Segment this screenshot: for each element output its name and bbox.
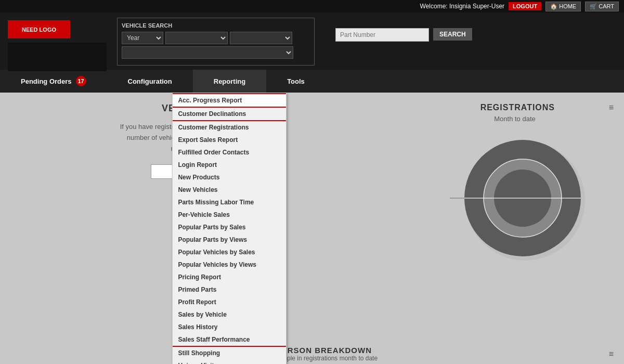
dropdown-item[interactable]: Pricing Report (173, 271, 286, 283)
dropdown-item[interactable]: Unique Visitors (173, 359, 286, 364)
dropdown-item[interactable]: Still Shopping (173, 347, 286, 359)
registrations-donut-chart (450, 131, 580, 261)
salesperson-menu-icon[interactable]: ≡ (609, 349, 614, 359)
dropdown-item[interactable]: Per-Vehicle Sales (173, 209, 286, 221)
nav-pending-orders[interactable]: Pending Orders 17 (0, 70, 107, 93)
dropdown-item[interactable]: Primed Parts (173, 283, 286, 296)
model-select[interactable] (230, 32, 292, 44)
dropdown-item[interactable]: Customer Declinations (173, 108, 286, 121)
dropdown-item[interactable]: Sales History (173, 321, 286, 333)
header: NEED LOGO VEHICLE SEARCH Year 2024 2023 … (0, 12, 624, 70)
make-select[interactable] (165, 32, 228, 44)
dropdown-item[interactable]: Export Sales Report (173, 134, 286, 146)
logo: NEED LOGO (8, 20, 70, 38)
sub-select[interactable] (122, 46, 293, 59)
dropdown-item[interactable]: Popular Vehicles by Views (173, 258, 286, 271)
dropdown-item[interactable]: Sales by Vehicle (173, 308, 286, 321)
vehicle-search-box: VEHICLE SEARCH Year 2024 2023 2022 (117, 18, 315, 66)
dropdown-item[interactable]: New Vehicles (173, 184, 286, 196)
dropdown-item[interactable]: Login Report (173, 159, 286, 171)
dropdown-item[interactable]: Customer Registrations (173, 121, 286, 134)
right-panel: REGISTRATIONS ≡ Month to date (406, 93, 624, 364)
nav-pending-orders-label: Pending Orders (21, 77, 72, 85)
dropdown-item[interactable]: Popular Parts by Sales (173, 221, 286, 233)
cart-button[interactable]: 🛒 CART (585, 2, 619, 11)
nav-tools[interactable]: Tools (266, 70, 326, 93)
navbar: Pending Orders 17 Configuration Reportin… (0, 70, 624, 93)
registrations-menu-icon[interactable]: ≡ (609, 103, 614, 112)
nav-configuration-label: Configuration (128, 77, 172, 85)
vehicle-search-label: VEHICLE SEARCH (122, 22, 310, 29)
nav-reporting[interactable]: Reporting Acc. Progress ReportCustomer D… (193, 70, 266, 93)
donut-svg (450, 131, 595, 266)
search-button[interactable]: SEARCH (433, 28, 472, 41)
part-search-area: SEARCH (335, 28, 472, 42)
nav-tools-label: Tools (287, 77, 305, 85)
dropdown-item[interactable]: Parts Missing Labor Time (173, 196, 286, 209)
registrations-subtitle: Month to date (416, 115, 614, 123)
dropdown-item[interactable]: Acc. Progress Report (173, 93, 286, 108)
top-bar: Welcome: Insignia Super-User LOGOUT 🏠 HO… (0, 0, 624, 12)
dropdown-item[interactable]: New Products (173, 171, 286, 184)
dropdown-item[interactable]: Popular Parts by Views (173, 233, 286, 246)
dropdown-item[interactable]: Profit Report (173, 296, 286, 308)
welcome-text: Welcome: Insignia Super-User (420, 3, 505, 10)
main-content: VEHICLES SOLD If you have registrations … (0, 93, 624, 364)
nav-reporting-label: Reporting (214, 77, 245, 85)
dropdown-item[interactable]: Fulfilled Order Contacts (173, 146, 286, 159)
reporting-dropdown: Acc. Progress ReportCustomer Declination… (172, 93, 287, 364)
nav-pending-orders-badge: 17 (76, 76, 86, 86)
part-number-input[interactable] (335, 28, 429, 42)
nav-configuration[interactable]: Configuration (107, 70, 193, 93)
year-select[interactable]: Year 2024 2023 2022 (122, 32, 163, 44)
salesperson-breakdown-bar: SALESPERSON BREAKDOWN Top 10 salespeople… (0, 343, 624, 364)
home-button[interactable]: 🏠 HOME (545, 2, 581, 11)
dropdown-item[interactable]: Popular Vehicles by Sales (173, 246, 286, 258)
dropdown-item[interactable]: Sales Staff Performance (173, 333, 286, 347)
registrations-title: REGISTRATIONS (426, 103, 609, 112)
logout-button[interactable]: LOGOUT (509, 2, 541, 10)
